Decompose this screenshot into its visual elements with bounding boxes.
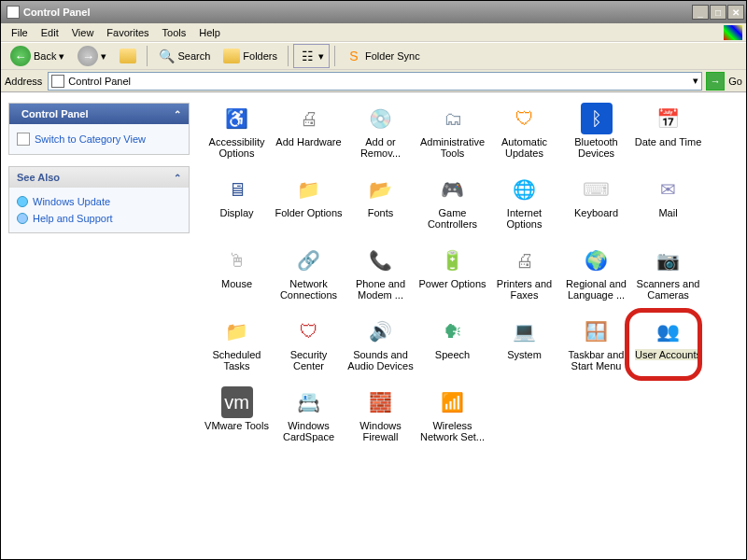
sidebar-link-windows-update[interactable]: Windows Update xyxy=(17,193,181,210)
item-label: Game Controllers xyxy=(418,207,486,230)
sidebar-panel-control-panel: Control Panel ⌃ Switch to Category View xyxy=(8,103,190,155)
add-remove-icon: 💿 xyxy=(365,103,397,134)
item-label: Folder Options xyxy=(275,207,342,218)
item-label: Regional and Language ... xyxy=(562,278,630,301)
scanners-icon: 📷 xyxy=(653,245,684,276)
admin-tools-icon: 🗂 xyxy=(437,103,469,134)
printers-icon: 🖨 xyxy=(509,245,541,276)
cp-item-speech[interactable]: 🗣Speech xyxy=(416,314,488,385)
cp-item-folder-options[interactable]: 📁Folder Options xyxy=(273,172,345,243)
network-icon: 🔗 xyxy=(293,245,325,276)
menu-edit[interactable]: Edit xyxy=(35,25,65,40)
cp-item-mail[interactable]: ✉Mail xyxy=(632,172,704,243)
up-button[interactable] xyxy=(114,45,142,67)
cp-item-cardspace[interactable]: 📇Windows CardSpace xyxy=(273,385,345,455)
cp-item-system[interactable]: 💻System xyxy=(488,314,560,385)
menu-help[interactable]: Help xyxy=(192,25,227,40)
sidebar-panel-header[interactable]: See Also ⌃ xyxy=(9,167,189,188)
search-button[interactable]: 🔍 Search xyxy=(152,44,216,68)
cp-item-scheduled[interactable]: 📁Scheduled Tasks xyxy=(201,314,273,385)
cp-item-scanners[interactable]: 📷Scanners and Cameras xyxy=(632,243,704,314)
item-label: Sounds and Audio Devices xyxy=(346,349,415,371)
go-button[interactable]: → xyxy=(706,72,725,91)
folders-button[interactable]: Folders xyxy=(218,45,283,67)
regional-icon: 🌍 xyxy=(581,245,613,276)
folders-icon xyxy=(223,49,240,63)
help-icon xyxy=(17,213,28,224)
cp-item-phone[interactable]: 📞Phone and Modem ... xyxy=(345,243,416,314)
chevron-up-icon: ⌃ xyxy=(174,109,181,119)
security-icon: 🛡 xyxy=(293,315,325,347)
item-label: Keyboard xyxy=(574,207,618,218)
cp-item-bluetooth[interactable]: ᛒBluetooth Devices xyxy=(560,101,632,172)
cp-item-display[interactable]: 🖥Display xyxy=(201,172,273,243)
cp-item-updates[interactable]: 🛡Automatic Updates xyxy=(488,101,560,172)
cp-item-admin-tools[interactable]: 🗂Administrative Tools xyxy=(416,101,488,172)
bluetooth-icon: ᛒ xyxy=(581,103,613,134)
cp-item-security[interactable]: 🛡Security Center xyxy=(273,314,345,385)
sidebar-link-help-support[interactable]: Help and Support xyxy=(17,210,181,227)
forward-button[interactable]: → ▾ xyxy=(72,42,112,70)
cp-item-hardware[interactable]: 🖨Add Hardware xyxy=(273,101,345,172)
item-label: Windows Firewall xyxy=(346,420,415,442)
cp-item-taskbar[interactable]: 🪟Taskbar and Start Menu xyxy=(560,314,632,385)
display-icon: 🖥 xyxy=(221,174,253,205)
sidebar-panel-header[interactable]: Control Panel ⌃ xyxy=(9,104,189,124)
taskbar-icon: 🪟 xyxy=(581,315,613,347)
menu-tools[interactable]: Tools xyxy=(156,25,193,40)
views-button[interactable]: ☷ ▾ xyxy=(293,44,330,68)
menubar: File Edit View Favorites Tools Help xyxy=(1,23,746,42)
address-field[interactable]: Control Panel ▾ xyxy=(48,72,702,91)
item-label: Accessibility Options xyxy=(203,136,271,159)
sidebar: Control Panel ⌃ Switch to Category View … xyxy=(1,93,197,559)
cp-item-mouse[interactable]: 🖱Mouse xyxy=(201,243,273,314)
system-icon: 💻 xyxy=(509,315,541,347)
cp-item-wheelchair[interactable]: ♿Accessibility Options xyxy=(201,101,273,172)
cp-item-fonts[interactable]: 📂Fonts xyxy=(345,172,416,243)
dropdown-icon: ▾ xyxy=(101,50,106,63)
sidebar-link-category-view[interactable]: Switch to Category View xyxy=(17,130,181,148)
foldersync-button[interactable]: S Folder Sync xyxy=(340,44,426,68)
folders-label: Folders xyxy=(243,50,277,62)
power-icon: 🔋 xyxy=(437,245,469,276)
item-label: Security Center xyxy=(275,349,343,371)
views-icon: ☷ xyxy=(299,48,316,64)
speech-icon: 🗣 xyxy=(437,315,469,347)
folder-options-icon: 📁 xyxy=(293,174,325,205)
menu-file[interactable]: File xyxy=(5,25,35,40)
fonts-icon: 📂 xyxy=(365,174,397,205)
cp-item-internet[interactable]: 🌐Internet Options xyxy=(488,172,560,243)
cp-item-sound[interactable]: 🔊Sounds and Audio Devices xyxy=(345,314,416,385)
address-dropdown-icon[interactable]: ▾ xyxy=(693,75,698,87)
cp-item-datetime[interactable]: 📅Date and Time xyxy=(632,101,704,172)
menu-view[interactable]: View xyxy=(65,25,101,40)
switch-icon xyxy=(17,133,30,146)
game-icon: 🎮 xyxy=(437,174,469,205)
content-area: Control Panel ⌃ Switch to Category View … xyxy=(1,92,746,559)
cp-item-game[interactable]: 🎮Game Controllers xyxy=(416,172,488,243)
cp-item-user-accounts[interactable]: 👥User Accounts xyxy=(632,314,704,385)
cp-item-vmware[interactable]: vmVMware Tools xyxy=(201,385,273,455)
cp-item-firewall[interactable]: 🧱Windows Firewall xyxy=(345,385,416,455)
address-value: Control Panel xyxy=(68,76,689,87)
phone-icon: 📞 xyxy=(365,245,397,276)
cp-item-keyboard[interactable]: ⌨Keyboard xyxy=(560,172,632,243)
sidebar-panel-see-also: See Also ⌃ Windows Update Help and Suppo… xyxy=(8,166,190,233)
back-arrow-icon: ← xyxy=(10,46,31,66)
minimize-button[interactable]: _ xyxy=(692,5,709,20)
maximize-button[interactable]: □ xyxy=(710,5,726,20)
back-button[interactable]: ← Back ▾ xyxy=(5,42,70,70)
search-icon: 🔍 xyxy=(158,48,175,64)
item-label: Phone and Modem ... xyxy=(346,278,415,301)
item-label: System xyxy=(507,349,542,360)
sidebar-link-label: Windows Update xyxy=(33,196,110,207)
cp-item-power[interactable]: 🔋Power Options xyxy=(416,243,488,314)
cp-item-printers[interactable]: 🖨Printers and Faxes xyxy=(488,243,560,314)
cp-item-add-remove[interactable]: 💿Add or Remov... xyxy=(345,101,416,172)
separator xyxy=(288,46,289,66)
cp-item-regional[interactable]: 🌍Regional and Language ... xyxy=(560,243,632,314)
menu-favorites[interactable]: Favorites xyxy=(100,25,155,40)
cp-item-network[interactable]: 🔗Network Connections xyxy=(273,243,345,314)
cp-item-wireless[interactable]: 📶Wireless Network Set... xyxy=(416,385,488,455)
close-button[interactable]: ✕ xyxy=(727,5,744,20)
